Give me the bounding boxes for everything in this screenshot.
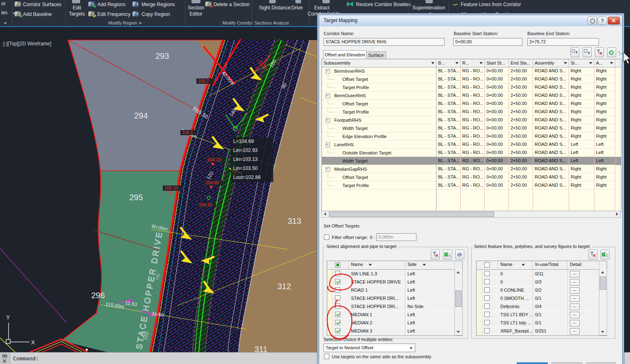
grid-row[interactable]: Target ProfileBL - STA...RG - RO...0+00.… — [322, 83, 621, 92]
grid-column-header[interactable]: Start St... — [485, 59, 509, 67]
alignment-scrollbar[interactable] — [454, 269, 463, 335]
sight-distance-button[interactable]: Sight Distance — [259, 5, 290, 11]
restore-corridor-bowties-button[interactable]: Restore Corridor Bowties — [356, 2, 411, 7]
target-checkbox[interactable] — [335, 287, 340, 293]
viewport-controls[interactable]: [-][Top][2D Wireframe] — [3, 41, 51, 47]
grid-row[interactable]: Offset TargetBL - STA...RG - RO...0+00.0… — [322, 100, 621, 108]
add-regions-button[interactable]: Add Regions — [97, 2, 126, 7]
sort-icon[interactable] — [369, 264, 372, 266]
align-layers-button[interactable] — [455, 250, 464, 259]
target-checkbox[interactable] — [335, 312, 340, 317]
feature-clear-filter-button[interactable] — [588, 250, 597, 259]
grip-icon[interactable] — [2, 354, 7, 357]
grid-column-header[interactable]: Subassembly — [322, 59, 436, 67]
grid-row[interactable]: BermOuterRHSBL - STA...RG - RO...0+00.00… — [322, 92, 621, 100]
grid-row[interactable]: Offset TargetBL - STA...RG - RO...0+00.0… — [322, 173, 621, 181]
detail-button[interactable]: ... — [570, 287, 580, 294]
corridor-name-field[interactable]: STACE HOPPER DRIVE RHS — [324, 38, 445, 46]
tree-collapse-icon[interactable] — [326, 118, 330, 123]
clear-filter-button[interactable] — [595, 47, 604, 57]
alignment-row[interactable]: SW LINE 1.3Left — [327, 270, 454, 278]
name-column-header[interactable]: Name — [500, 262, 512, 267]
grid-row[interactable]: LaneRHSBL - STA...RG - RO...0+00.002+50.… — [322, 141, 621, 149]
grid-column-header[interactable]: R... — [461, 59, 485, 67]
dialog-titlebar[interactable]: Target Mapping ? — [319, 15, 622, 26]
sort-icon[interactable] — [423, 264, 426, 266]
align-pick-from-drawing-button[interactable] — [443, 250, 452, 259]
feature-pick-from-drawing-button[interactable] — [601, 250, 610, 259]
filter-value-field[interactable]: 0.000m — [376, 233, 416, 241]
tree-collapse-icon[interactable] — [326, 167, 330, 172]
command-prompt[interactable]: Command: — [13, 355, 39, 362]
help-button-bottom[interactable] — [586, 362, 616, 364]
select-all-checkbox[interactable] — [484, 262, 490, 268]
inuse-column-header[interactable]: In-use/Total — [535, 262, 558, 267]
superelevation-button[interactable]: Superelevation — [412, 5, 445, 11]
scrollbar-thumb[interactable] — [455, 290, 462, 307]
baseline-end-field[interactable]: 2+76.72 — [527, 38, 599, 46]
section-editor-button-l2[interactable]: Editor — [185, 11, 207, 17]
filter-icon[interactable] — [610, 62, 613, 64]
baseline-start-field[interactable]: 0+00.00 — [453, 38, 522, 46]
filter-icon[interactable] — [431, 62, 434, 64]
alignment-row[interactable]: STACE HOPPER DRIVELeft — [327, 278, 454, 286]
target-checkbox[interactable] — [335, 328, 340, 333]
grid-row[interactable]: Width TargetBL - STA...RG - RO...0+00.00… — [322, 157, 621, 165]
sort-icon[interactable] — [522, 264, 525, 266]
tab-surface[interactable]: Surface — [366, 51, 386, 59]
target-checkbox[interactable] — [335, 320, 340, 325]
detail-button[interactable]: ... — [570, 279, 580, 286]
target-checkbox[interactable] — [484, 295, 490, 301]
alignment-row[interactable]: STACE HOPPER DRI...Left — [327, 294, 454, 303]
modify-region-group[interactable]: Modify Region — [66, 20, 184, 25]
tree-collapse-icon[interactable] — [326, 69, 330, 74]
horizontal-scrollbar[interactable] — [322, 211, 621, 218]
edit-frequency-button[interactable]: Edit Frequency — [97, 11, 130, 17]
target-checkbox[interactable] — [484, 312, 490, 317]
feature-row[interactable]: 0 SMOOTH ...0/1... — [477, 294, 599, 303]
edit-targets-button-l2[interactable]: Targets — [68, 11, 86, 17]
target-checkbox[interactable] — [484, 304, 490, 309]
drive-button[interactable]: Drive — [291, 5, 303, 11]
tab-offset-and-elevation[interactable]: Offset and Elevation — [323, 50, 367, 59]
align-clear-filter-button[interactable] — [431, 250, 440, 259]
grid-row[interactable]: Edge Elevation ProfileBL - STA...RG - RO… — [322, 132, 621, 141]
filter-icon[interactable] — [479, 62, 483, 64]
filter-icon[interactable] — [455, 62, 459, 64]
add-baseline-button[interactable]: Add Baseline — [23, 11, 52, 17]
panel-flyout-icon[interactable] — [4, 22, 7, 24]
name-column-header[interactable]: Name — [351, 262, 363, 267]
feature-lines-from-corridor-button[interactable]: Feature Lines from Corridor — [461, 2, 521, 7]
grid-row[interactable]: BermInnerRHSBL - STA...RG - RO...0+00.00… — [322, 67, 621, 75]
filter-icon[interactable] — [589, 62, 592, 64]
grid-row[interactable]: Target ProfileBL - STA...RG - RO...0+00.… — [322, 108, 621, 116]
feature-row[interactable]: 00/11... — [477, 270, 599, 278]
grid-row[interactable]: Offset TargetBL - STA...RG - RO...0+00.0… — [322, 75, 621, 83]
section-editor-button[interactable]: Section — [185, 5, 207, 11]
feature-row[interactable]: Defpoints0/4... — [477, 302, 599, 311]
grid-row[interactable]: MedianGapRHSBL - STA...RG - RO...0+00.00… — [322, 165, 621, 173]
merge-regions-button[interactable]: Merge Regions — [142, 2, 175, 7]
target-checkbox[interactable] — [484, 271, 490, 276]
collapse-all-button[interactable] — [570, 47, 579, 57]
filter-icon[interactable] — [564, 62, 567, 64]
delete-a-section-button[interactable]: Delete a Section — [214, 2, 250, 7]
side-column-header[interactable]: Side — [407, 262, 416, 267]
extract-corridor-solids-button[interactable]: Extract — [314, 5, 329, 11]
alignment-row[interactable]: STACE HOPPER DRI...No Side — [327, 302, 454, 311]
detail-column-header[interactable]: Detail — [570, 262, 581, 267]
feature-scrollbar[interactable] — [599, 269, 607, 335]
target-checkbox[interactable] — [484, 328, 490, 333]
feature-row[interactable]: 0 CONLINE0/2... — [477, 286, 599, 295]
target-checkbox[interactable] — [335, 279, 340, 284]
expand-all-button[interactable] — [583, 47, 592, 57]
grid-row[interactable]: Outside Elevation TargetBL - STA...RG - … — [322, 149, 621, 157]
target-checkbox[interactable] — [335, 271, 340, 276]
tree-collapse-icon[interactable] — [326, 94, 330, 98]
close-icon[interactable] — [2, 359, 7, 363]
detail-button[interactable]: ... — [570, 271, 580, 277]
grid-column-header[interactable]: A... — [594, 59, 615, 67]
target-checkbox[interactable] — [335, 295, 340, 301]
grid-column-header[interactable]: B... — [436, 59, 461, 67]
alignment-row[interactable]: MEDIAN 1Left — [327, 310, 454, 319]
